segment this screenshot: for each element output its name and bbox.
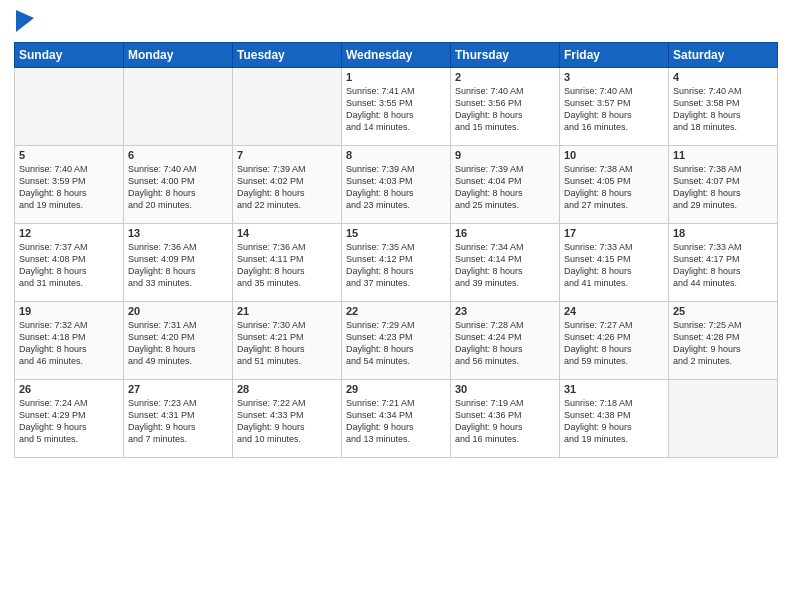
day-info: Sunrise: 7:40 AM Sunset: 3:57 PM Dayligh… [564, 85, 664, 134]
page-container: SundayMondayTuesdayWednesdayThursdayFrid… [0, 0, 792, 466]
day-number: 9 [455, 149, 555, 161]
day-number: 14 [237, 227, 337, 239]
calendar-cell: 6Sunrise: 7:40 AM Sunset: 4:00 PM Daylig… [124, 146, 233, 224]
calendar-week-3: 12Sunrise: 7:37 AM Sunset: 4:08 PM Dayli… [15, 224, 778, 302]
day-info: Sunrise: 7:40 AM Sunset: 3:56 PM Dayligh… [455, 85, 555, 134]
day-info: Sunrise: 7:38 AM Sunset: 4:05 PM Dayligh… [564, 163, 664, 212]
day-info: Sunrise: 7:36 AM Sunset: 4:11 PM Dayligh… [237, 241, 337, 290]
calendar-table: SundayMondayTuesdayWednesdayThursdayFrid… [14, 42, 778, 458]
calendar-cell: 14Sunrise: 7:36 AM Sunset: 4:11 PM Dayli… [233, 224, 342, 302]
day-number: 3 [564, 71, 664, 83]
day-number: 16 [455, 227, 555, 239]
calendar-cell: 31Sunrise: 7:18 AM Sunset: 4:38 PM Dayli… [560, 380, 669, 458]
calendar-cell: 11Sunrise: 7:38 AM Sunset: 4:07 PM Dayli… [669, 146, 778, 224]
day-info: Sunrise: 7:28 AM Sunset: 4:24 PM Dayligh… [455, 319, 555, 368]
calendar-cell: 20Sunrise: 7:31 AM Sunset: 4:20 PM Dayli… [124, 302, 233, 380]
day-number: 24 [564, 305, 664, 317]
day-number: 23 [455, 305, 555, 317]
calendar-cell [233, 68, 342, 146]
day-number: 30 [455, 383, 555, 395]
day-info: Sunrise: 7:23 AM Sunset: 4:31 PM Dayligh… [128, 397, 228, 446]
calendar-week-2: 5Sunrise: 7:40 AM Sunset: 3:59 PM Daylig… [15, 146, 778, 224]
calendar-cell [15, 68, 124, 146]
calendar-cell: 29Sunrise: 7:21 AM Sunset: 4:34 PM Dayli… [342, 380, 451, 458]
weekday-header-row: SundayMondayTuesdayWednesdayThursdayFrid… [15, 43, 778, 68]
day-number: 18 [673, 227, 773, 239]
calendar-cell: 1Sunrise: 7:41 AM Sunset: 3:55 PM Daylig… [342, 68, 451, 146]
calendar-cell: 25Sunrise: 7:25 AM Sunset: 4:28 PM Dayli… [669, 302, 778, 380]
calendar-cell: 19Sunrise: 7:32 AM Sunset: 4:18 PM Dayli… [15, 302, 124, 380]
day-info: Sunrise: 7:29 AM Sunset: 4:23 PM Dayligh… [346, 319, 446, 368]
day-info: Sunrise: 7:30 AM Sunset: 4:21 PM Dayligh… [237, 319, 337, 368]
calendar-cell: 3Sunrise: 7:40 AM Sunset: 3:57 PM Daylig… [560, 68, 669, 146]
calendar-week-5: 26Sunrise: 7:24 AM Sunset: 4:29 PM Dayli… [15, 380, 778, 458]
day-info: Sunrise: 7:40 AM Sunset: 3:58 PM Dayligh… [673, 85, 773, 134]
day-number: 19 [19, 305, 119, 317]
day-number: 12 [19, 227, 119, 239]
calendar-cell [124, 68, 233, 146]
calendar-cell: 8Sunrise: 7:39 AM Sunset: 4:03 PM Daylig… [342, 146, 451, 224]
logo-icon [16, 10, 34, 32]
day-info: Sunrise: 7:18 AM Sunset: 4:38 PM Dayligh… [564, 397, 664, 446]
day-number: 26 [19, 383, 119, 395]
day-info: Sunrise: 7:39 AM Sunset: 4:02 PM Dayligh… [237, 163, 337, 212]
day-info: Sunrise: 7:37 AM Sunset: 4:08 PM Dayligh… [19, 241, 119, 290]
day-number: 25 [673, 305, 773, 317]
calendar-cell: 15Sunrise: 7:35 AM Sunset: 4:12 PM Dayli… [342, 224, 451, 302]
day-info: Sunrise: 7:36 AM Sunset: 4:09 PM Dayligh… [128, 241, 228, 290]
day-number: 29 [346, 383, 446, 395]
day-number: 5 [19, 149, 119, 161]
weekday-header-saturday: Saturday [669, 43, 778, 68]
calendar-cell: 10Sunrise: 7:38 AM Sunset: 4:05 PM Dayli… [560, 146, 669, 224]
weekday-header-friday: Friday [560, 43, 669, 68]
day-number: 22 [346, 305, 446, 317]
day-number: 31 [564, 383, 664, 395]
calendar-cell [669, 380, 778, 458]
calendar-cell: 5Sunrise: 7:40 AM Sunset: 3:59 PM Daylig… [15, 146, 124, 224]
calendar-cell: 16Sunrise: 7:34 AM Sunset: 4:14 PM Dayli… [451, 224, 560, 302]
calendar-cell: 30Sunrise: 7:19 AM Sunset: 4:36 PM Dayli… [451, 380, 560, 458]
day-info: Sunrise: 7:40 AM Sunset: 4:00 PM Dayligh… [128, 163, 228, 212]
day-info: Sunrise: 7:19 AM Sunset: 4:36 PM Dayligh… [455, 397, 555, 446]
day-number: 11 [673, 149, 773, 161]
calendar-cell: 13Sunrise: 7:36 AM Sunset: 4:09 PM Dayli… [124, 224, 233, 302]
calendar-cell: 17Sunrise: 7:33 AM Sunset: 4:15 PM Dayli… [560, 224, 669, 302]
calendar-cell: 18Sunrise: 7:33 AM Sunset: 4:17 PM Dayli… [669, 224, 778, 302]
day-number: 13 [128, 227, 228, 239]
day-number: 21 [237, 305, 337, 317]
calendar-week-4: 19Sunrise: 7:32 AM Sunset: 4:18 PM Dayli… [15, 302, 778, 380]
day-info: Sunrise: 7:27 AM Sunset: 4:26 PM Dayligh… [564, 319, 664, 368]
day-info: Sunrise: 7:21 AM Sunset: 4:34 PM Dayligh… [346, 397, 446, 446]
day-number: 28 [237, 383, 337, 395]
weekday-header-wednesday: Wednesday [342, 43, 451, 68]
calendar-week-1: 1Sunrise: 7:41 AM Sunset: 3:55 PM Daylig… [15, 68, 778, 146]
day-number: 4 [673, 71, 773, 83]
day-info: Sunrise: 7:22 AM Sunset: 4:33 PM Dayligh… [237, 397, 337, 446]
weekday-header-sunday: Sunday [15, 43, 124, 68]
day-info: Sunrise: 7:41 AM Sunset: 3:55 PM Dayligh… [346, 85, 446, 134]
calendar-cell: 9Sunrise: 7:39 AM Sunset: 4:04 PM Daylig… [451, 146, 560, 224]
day-info: Sunrise: 7:40 AM Sunset: 3:59 PM Dayligh… [19, 163, 119, 212]
day-number: 17 [564, 227, 664, 239]
day-number: 27 [128, 383, 228, 395]
day-info: Sunrise: 7:39 AM Sunset: 4:03 PM Dayligh… [346, 163, 446, 212]
weekday-header-tuesday: Tuesday [233, 43, 342, 68]
day-info: Sunrise: 7:32 AM Sunset: 4:18 PM Dayligh… [19, 319, 119, 368]
calendar-cell: 24Sunrise: 7:27 AM Sunset: 4:26 PM Dayli… [560, 302, 669, 380]
weekday-header-monday: Monday [124, 43, 233, 68]
day-number: 1 [346, 71, 446, 83]
day-info: Sunrise: 7:34 AM Sunset: 4:14 PM Dayligh… [455, 241, 555, 290]
calendar-cell: 22Sunrise: 7:29 AM Sunset: 4:23 PM Dayli… [342, 302, 451, 380]
header [14, 10, 778, 34]
svg-marker-0 [16, 10, 34, 32]
day-info: Sunrise: 7:24 AM Sunset: 4:29 PM Dayligh… [19, 397, 119, 446]
day-info: Sunrise: 7:31 AM Sunset: 4:20 PM Dayligh… [128, 319, 228, 368]
calendar-cell: 27Sunrise: 7:23 AM Sunset: 4:31 PM Dayli… [124, 380, 233, 458]
calendar-cell: 4Sunrise: 7:40 AM Sunset: 3:58 PM Daylig… [669, 68, 778, 146]
day-info: Sunrise: 7:38 AM Sunset: 4:07 PM Dayligh… [673, 163, 773, 212]
calendar-cell: 23Sunrise: 7:28 AM Sunset: 4:24 PM Dayli… [451, 302, 560, 380]
day-info: Sunrise: 7:39 AM Sunset: 4:04 PM Dayligh… [455, 163, 555, 212]
calendar-cell: 26Sunrise: 7:24 AM Sunset: 4:29 PM Dayli… [15, 380, 124, 458]
day-info: Sunrise: 7:35 AM Sunset: 4:12 PM Dayligh… [346, 241, 446, 290]
day-number: 2 [455, 71, 555, 83]
